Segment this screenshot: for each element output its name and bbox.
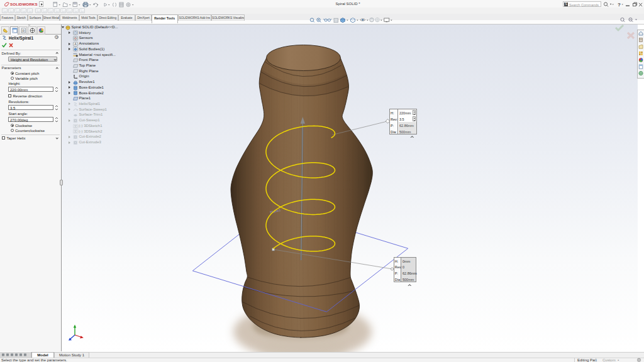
svg-text:3D: 3D <box>74 125 78 128</box>
svg-text:SOLIDWORKS: SOLIDWORKS <box>10 2 38 6</box>
svg-text:?: ? <box>618 1 621 7</box>
svg-text:A: A <box>74 42 77 46</box>
svg-text:3D: 3D <box>74 130 78 133</box>
svg-text:R: R <box>22 28 25 32</box>
